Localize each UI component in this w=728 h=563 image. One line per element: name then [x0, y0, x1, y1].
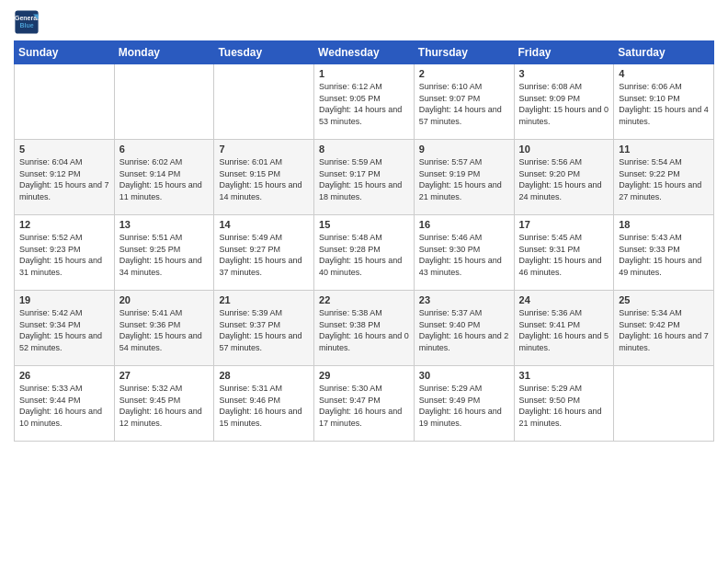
day-number: 18 [619, 219, 709, 230]
calendar-week-1: 5Sunrise: 6:04 AMSunset: 9:12 PMDaylight… [15, 140, 714, 215]
calendar-cell: 1Sunrise: 6:12 AMSunset: 9:05 PMDaylight… [314, 64, 415, 140]
calendar-cell [214, 64, 314, 140]
day-info: Sunrise: 5:37 AMSunset: 9:40 PMDaylight:… [419, 307, 509, 353]
calendar-week-3: 19Sunrise: 5:42 AMSunset: 9:34 PMDayligh… [15, 291, 714, 366]
calendar-cell: 10Sunrise: 5:56 AMSunset: 9:20 PMDayligh… [514, 140, 614, 215]
day-info: Sunrise: 6:04 AMSunset: 9:12 PMDaylight:… [19, 156, 109, 202]
day-number: 26 [19, 370, 109, 381]
calendar-cell [614, 366, 714, 442]
day-number: 16 [419, 219, 509, 230]
day-number: 24 [519, 294, 609, 305]
calendar-cell: 23Sunrise: 5:37 AMSunset: 9:40 PMDayligh… [414, 291, 514, 366]
day-info: Sunrise: 5:32 AMSunset: 9:45 PMDaylight:… [119, 383, 210, 429]
header-sunday: Sunday [15, 41, 115, 64]
day-info: Sunrise: 5:29 AMSunset: 9:50 PMDaylight:… [519, 383, 609, 429]
header-wednesday: Wednesday [314, 41, 415, 64]
day-info: Sunrise: 6:12 AMSunset: 9:05 PMDaylight:… [319, 81, 409, 127]
calendar-cell: 19Sunrise: 5:42 AMSunset: 9:34 PMDayligh… [15, 291, 115, 366]
day-info: Sunrise: 5:31 AMSunset: 9:46 PMDaylight:… [219, 383, 309, 429]
calendar-cell: 16Sunrise: 5:46 AMSunset: 9:30 PMDayligh… [414, 215, 514, 291]
day-info: Sunrise: 5:51 AMSunset: 9:25 PMDaylight:… [119, 232, 210, 278]
day-number: 5 [19, 144, 109, 155]
header-thursday: Thursday [414, 41, 514, 64]
day-number: 27 [119, 370, 210, 381]
day-number: 10 [519, 144, 609, 155]
day-info: Sunrise: 5:54 AMSunset: 9:22 PMDaylight:… [619, 156, 709, 202]
calendar-cell: 15Sunrise: 5:48 AMSunset: 9:28 PMDayligh… [314, 215, 415, 291]
calendar-cell: 2Sunrise: 6:10 AMSunset: 9:07 PMDaylight… [414, 64, 514, 140]
calendar-cell: 22Sunrise: 5:38 AMSunset: 9:38 PMDayligh… [314, 291, 415, 366]
day-number: 22 [319, 294, 409, 305]
day-info: Sunrise: 5:30 AMSunset: 9:47 PMDaylight:… [319, 383, 409, 429]
day-number: 20 [119, 294, 210, 305]
header-tuesday: Tuesday [214, 41, 314, 64]
calendar-cell: 31Sunrise: 5:29 AMSunset: 9:50 PMDayligh… [514, 366, 614, 442]
day-info: Sunrise: 5:52 AMSunset: 9:23 PMDaylight:… [19, 232, 109, 278]
day-info: Sunrise: 5:56 AMSunset: 9:20 PMDaylight:… [519, 156, 609, 202]
day-info: Sunrise: 5:36 AMSunset: 9:41 PMDaylight:… [519, 307, 609, 353]
calendar-cell: 26Sunrise: 5:33 AMSunset: 9:44 PMDayligh… [15, 366, 115, 442]
day-number: 23 [419, 294, 509, 305]
day-number: 9 [419, 144, 509, 155]
day-info: Sunrise: 5:46 AMSunset: 9:30 PMDaylight:… [419, 232, 509, 278]
day-info: Sunrise: 6:10 AMSunset: 9:07 PMDaylight:… [419, 81, 509, 127]
calendar-cell [114, 64, 214, 140]
day-info: Sunrise: 6:02 AMSunset: 9:14 PMDaylight:… [119, 156, 210, 202]
day-number: 21 [219, 294, 309, 305]
calendar-cell: 9Sunrise: 5:57 AMSunset: 9:19 PMDaylight… [414, 140, 514, 215]
calendar-cell: 29Sunrise: 5:30 AMSunset: 9:47 PMDayligh… [314, 366, 415, 442]
header-monday: Monday [114, 41, 214, 64]
day-info: Sunrise: 5:33 AMSunset: 9:44 PMDaylight:… [19, 383, 109, 429]
day-number: 28 [219, 370, 309, 381]
calendar-cell [15, 64, 115, 140]
calendar-cell: 11Sunrise: 5:54 AMSunset: 9:22 PMDayligh… [614, 140, 714, 215]
calendar-cell: 25Sunrise: 5:34 AMSunset: 9:42 PMDayligh… [614, 291, 714, 366]
day-number: 15 [319, 219, 409, 230]
day-number: 29 [319, 370, 409, 381]
day-number: 31 [519, 370, 609, 381]
day-number: 8 [319, 144, 409, 155]
day-number: 14 [219, 219, 309, 230]
calendar-cell: 7Sunrise: 6:01 AMSunset: 9:15 PMDaylight… [214, 140, 314, 215]
calendar-cell: 14Sunrise: 5:49 AMSunset: 9:27 PMDayligh… [214, 215, 314, 291]
calendar-cell: 6Sunrise: 6:02 AMSunset: 9:14 PMDaylight… [114, 140, 214, 215]
calendar-week-2: 12Sunrise: 5:52 AMSunset: 9:23 PMDayligh… [15, 215, 714, 291]
day-number: 2 [419, 68, 509, 79]
page-header: General Blue [14, 9, 714, 35]
day-info: Sunrise: 5:42 AMSunset: 9:34 PMDaylight:… [19, 307, 109, 353]
day-number: 6 [119, 144, 210, 155]
day-info: Sunrise: 6:08 AMSunset: 9:09 PMDaylight:… [519, 81, 609, 127]
svg-text:Blue: Blue [19, 22, 33, 29]
header-saturday: Saturday [614, 41, 714, 64]
day-info: Sunrise: 5:29 AMSunset: 9:49 PMDaylight:… [419, 383, 509, 429]
calendar-week-0: 1Sunrise: 6:12 AMSunset: 9:05 PMDaylight… [15, 64, 714, 140]
day-info: Sunrise: 5:49 AMSunset: 9:27 PMDaylight:… [219, 232, 309, 278]
day-number: 13 [119, 219, 210, 230]
calendar-table: SundayMondayTuesdayWednesdayThursdayFrid… [14, 40, 714, 442]
calendar-cell: 30Sunrise: 5:29 AMSunset: 9:49 PMDayligh… [414, 366, 514, 442]
day-number: 3 [519, 68, 609, 79]
day-number: 12 [19, 219, 109, 230]
day-info: Sunrise: 5:57 AMSunset: 9:19 PMDaylight:… [419, 156, 509, 202]
day-number: 4 [619, 68, 709, 79]
calendar-cell: 27Sunrise: 5:32 AMSunset: 9:45 PMDayligh… [114, 366, 214, 442]
logo: General Blue [14, 9, 43, 35]
day-number: 25 [619, 294, 709, 305]
calendar-header-row: SundayMondayTuesdayWednesdayThursdayFrid… [15, 41, 714, 64]
calendar-cell: 13Sunrise: 5:51 AMSunset: 9:25 PMDayligh… [114, 215, 214, 291]
calendar-cell: 4Sunrise: 6:06 AMSunset: 9:10 PMDaylight… [614, 64, 714, 140]
day-number: 30 [419, 370, 509, 381]
day-number: 7 [219, 144, 309, 155]
day-info: Sunrise: 6:01 AMSunset: 9:15 PMDaylight:… [219, 156, 309, 202]
calendar-cell: 21Sunrise: 5:39 AMSunset: 9:37 PMDayligh… [214, 291, 314, 366]
calendar-cell: 28Sunrise: 5:31 AMSunset: 9:46 PMDayligh… [214, 366, 314, 442]
day-info: Sunrise: 5:38 AMSunset: 9:38 PMDaylight:… [319, 307, 409, 353]
day-info: Sunrise: 5:48 AMSunset: 9:28 PMDaylight:… [319, 232, 409, 278]
day-number: 17 [519, 219, 609, 230]
calendar-cell: 8Sunrise: 5:59 AMSunset: 9:17 PMDaylight… [314, 140, 415, 215]
calendar-cell: 3Sunrise: 6:08 AMSunset: 9:09 PMDaylight… [514, 64, 614, 140]
day-info: Sunrise: 5:34 AMSunset: 9:42 PMDaylight:… [619, 307, 709, 353]
calendar-cell: 18Sunrise: 5:43 AMSunset: 9:33 PMDayligh… [614, 215, 714, 291]
calendar-cell: 12Sunrise: 5:52 AMSunset: 9:23 PMDayligh… [15, 215, 115, 291]
calendar-week-4: 26Sunrise: 5:33 AMSunset: 9:44 PMDayligh… [15, 366, 714, 442]
